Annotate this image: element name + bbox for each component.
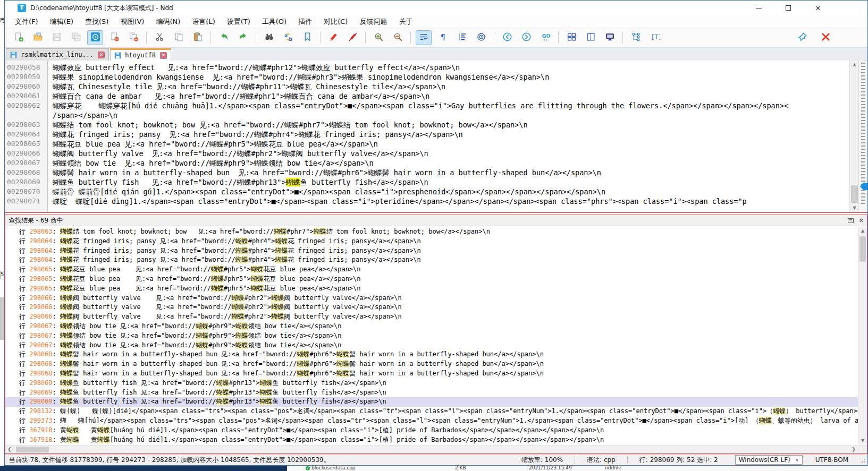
split-view-button[interactable] <box>583 30 599 45</box>
open-file-button[interactable] <box>30 30 46 45</box>
function-list-button[interactable] <box>628 30 644 45</box>
scroll-down-arrow-icon[interactable]: ▼ <box>850 204 859 212</box>
find-button[interactable] <box>261 30 277 45</box>
editor-line[interactable]: 00298070蝶前骨 蝶前骨[dié qián gǔ]1.</span><sp… <box>5 187 849 196</box>
menu-item-9[interactable]: 插件 <box>293 16 317 28</box>
editor-line[interactable]: 00298058蝴蝶效应 butterfly effect 见:<a href=… <box>5 63 849 72</box>
resize-grip[interactable] <box>859 456 866 464</box>
zoom-out-button[interactable] <box>390 30 406 45</box>
search-result-row[interactable]: 行 298067: 蝴蝶领结 bow tie 见:<a href="bword:… <box>5 322 867 331</box>
zoom-in-button[interactable] <box>370 30 386 45</box>
editor-line[interactable]: 00298071蝶啶 蝶啶[dié dìng]1.</span><span cl… <box>5 196 849 206</box>
results-vertical-scrollbar[interactable]: ▲ ▼ <box>858 227 867 444</box>
copy-button[interactable] <box>171 30 187 45</box>
scroll-left-arrow-icon[interactable]: ❮ <box>5 446 14 453</box>
editor-line[interactable]: 00298067蝴蝶领结 bow tie 见:<a href="bword://… <box>5 158 849 168</box>
search-result-row[interactable]: 行 298067: 蝴蝶领结 bow tie 见:<a href="bword:… <box>5 341 867 350</box>
search-results-header[interactable]: 查找结果 - 69 命中 ✕ <box>5 215 867 226</box>
editor-line[interactable]: 00298069蝴蝶鱼 butterfly fish 见:<a href="bw… <box>5 177 849 187</box>
window-close-button[interactable]: ✕ <box>810 2 826 14</box>
search-result-row[interactable]: 行 298065: 蝴蝶花豆 blue pea 见:<a href="bword… <box>5 284 867 294</box>
close-doc-button[interactable] <box>106 30 122 45</box>
search-result-row[interactable]: 行 298069: 蝴蝶鱼 butterfly fish 见:<a href="… <box>5 379 867 388</box>
bookmark-button[interactable] <box>299 30 315 45</box>
search-result-row[interactable]: 行 298065: 蝴蝶花豆 blue pea 见:<a href="bword… <box>5 265 867 275</box>
results-scrollbar-thumb[interactable] <box>859 236 866 262</box>
close-all-docs-button[interactable] <box>125 30 141 45</box>
editor-line[interactable]: 00298060蝴蝶瓦 Chinesestyle tile 见:<a href=… <box>5 82 849 91</box>
scope-button[interactable] <box>473 30 489 45</box>
menu-item-4[interactable]: 视图(V) <box>115 16 149 28</box>
editor-line[interactable]: 00298066蝴蝶阀 butterfly valve 见:<a href="b… <box>5 149 849 158</box>
search-result-row[interactable]: 行 298067: 蝴蝶领结 bow tie 见:<a href="bword:… <box>5 331 867 341</box>
search-result-row[interactable]: 行 298068: 蝴蝶髻 hair worn in a butterfly-s… <box>5 359 867 369</box>
search-result-row[interactable]: 行 298064: 蝴蝶花 fringed iris; pansy 见:<a h… <box>5 255 867 265</box>
menu-item-2[interactable]: 编辑(E) <box>45 16 78 28</box>
new-file-button[interactable] <box>11 30 27 45</box>
search-result-row[interactable]: 行 298063: 蝴蝶结 tom fool knot; bowknot; bo… <box>5 227 867 237</box>
goto-line-button[interactable]: GO <box>537 30 553 45</box>
search-result-row[interactable]: 行 298132: 蝶(蝶) 蝶(蝶)[dié]</span><span cla… <box>5 407 867 416</box>
results-horizontal-scrollbar[interactable]: ❮ ❯ <box>5 445 867 453</box>
editor-line[interactable]: 00298068蝴蝶髻 hair worn in a butterfly-sha… <box>5 168 849 177</box>
menu-item-10[interactable]: 对比(C) <box>319 16 352 28</box>
editor-scrollbar-thumb[interactable] <box>851 185 858 203</box>
tab-rsmklmatrix-linu-[interactable]: rsmklmatrix_linu...✕ <box>6 48 109 61</box>
monitor-button[interactable] <box>602 30 618 45</box>
scroll-down-arrow-icon[interactable]: ▼ <box>858 436 867 444</box>
search-result-row[interactable]: 行 298069: 蝴蝶鱼 butterfly fish 见:<a href="… <box>5 388 867 398</box>
editor-line[interactable]: 00298062蝴蝶穿花 蝴蝶穿花[hú dié chuāng huā]1.</… <box>5 101 849 110</box>
scroll-right-arrow-icon[interactable]: ❯ <box>849 446 858 453</box>
cut-button[interactable] <box>151 30 167 45</box>
menu-item-7[interactable]: 设置(T) <box>222 16 255 28</box>
menu-item-5[interactable]: 编码(N) <box>151 16 185 28</box>
search-result-row[interactable]: 行 298068: 蝴蝶髻 hair worn in a butterfly-s… <box>5 369 867 379</box>
search-result-row[interactable]: 行 367918: 黄蝴蝶 黄蝴蝶[huáng hú dié]1.</span>… <box>5 426 867 435</box>
editor-area[interactable]: 00298058蝴蝶效应 butterfly effect 见:<a href=… <box>5 61 867 212</box>
search-result-row[interactable]: 行 298065: 蝴蝶花豆 blue pea 见:<a href="bword… <box>5 275 867 284</box>
menu-item-3[interactable]: 查找(S) <box>80 16 113 28</box>
tab-close-icon[interactable]: ✕ <box>160 52 167 59</box>
search-result-row[interactable]: 行 298066: 蝴蝶阀 butterfly valve 见:<a href=… <box>5 312 867 322</box>
indent-guide-button[interactable] <box>454 30 470 45</box>
tab-htoyutf8[interactable]: htoyutf8✕ <box>110 48 171 61</box>
search-result-row[interactable]: 行 298068: 蝴蝶髻 hair worn in a butterfly-s… <box>5 350 867 359</box>
nav-back-button[interactable] <box>499 30 515 45</box>
highlight-pen-button[interactable] <box>325 30 341 45</box>
menu-item-6[interactable]: 语言(L) <box>187 16 220 28</box>
scroll-up-arrow-icon[interactable]: ▲ <box>858 227 867 235</box>
text-format-button[interactable]: [T] <box>647 30 663 45</box>
redo-button[interactable] <box>235 30 251 45</box>
word-wrap-button[interactable] <box>416 30 432 45</box>
pin-button[interactable] <box>794 30 810 45</box>
undo-button[interactable] <box>216 30 232 45</box>
menu-item-1[interactable]: 文件(F) <box>10 16 43 28</box>
editor-line[interactable]: 00298064蝴蝶花 fringed iris; pansy 见:<a hre… <box>5 130 849 139</box>
save-button[interactable] <box>49 30 65 45</box>
search-result-row[interactable]: 行 298064: 蝴蝶花 fringed iris; pansy 见:<a h… <box>5 246 867 256</box>
editor-line[interactable]: 00298059蝴蝶果 sinopimelodendron kwangsiens… <box>5 72 849 82</box>
scroll-up-arrow-icon[interactable]: ▲ <box>850 61 859 68</box>
menu-item-8[interactable]: 工具(O) <box>257 16 291 28</box>
maximize-button[interactable] <box>780 2 796 14</box>
paste-button[interactable] <box>190 30 206 45</box>
eol-format-dropdown[interactable]: Windows(CR LF) ∨ <box>735 455 803 465</box>
search-result-row[interactable]: 行 298069: 蝴蝶鱼 butterfly fish 见:<a href="… <box>5 397 867 407</box>
tab-close-icon[interactable]: ✕ <box>98 52 105 58</box>
window-grid-button[interactable] <box>563 30 579 45</box>
search-result-row[interactable]: 行 298064: 蝴蝶花 fringed iris; pansy 见:<a h… <box>5 237 867 246</box>
large-file-mode-button[interactable] <box>87 30 103 45</box>
menu-item-12[interactable]: 关于 <box>394 16 417 28</box>
minimize-button[interactable] <box>751 2 766 14</box>
close-panel-button[interactable] <box>818 30 833 45</box>
editor-line[interactable]: /span></span>\n <box>5 110 849 120</box>
search-result-row[interactable]: 行 298066: 蝴蝶阀 butterfly valve 见:<a href=… <box>5 303 867 312</box>
clear-highlight-button[interactable] <box>344 30 360 45</box>
results-hscrollbar-thumb[interactable] <box>16 447 49 452</box>
show-all-chars-button[interactable]: ¶ <box>435 30 451 45</box>
replace-button[interactable]: ab <box>280 30 296 45</box>
undock-panel-icon[interactable] <box>848 218 854 223</box>
search-result-row[interactable]: 行 367918: 黄蝴蝶 黄蝴蝶[huáng hú dié]1.</span>… <box>5 435 867 445</box>
editor-line[interactable]: 00298063蝴蝶结 tom fool knot; bowknot; bow … <box>5 120 849 130</box>
menu-item-11[interactable]: 反馈问题 <box>355 16 392 28</box>
